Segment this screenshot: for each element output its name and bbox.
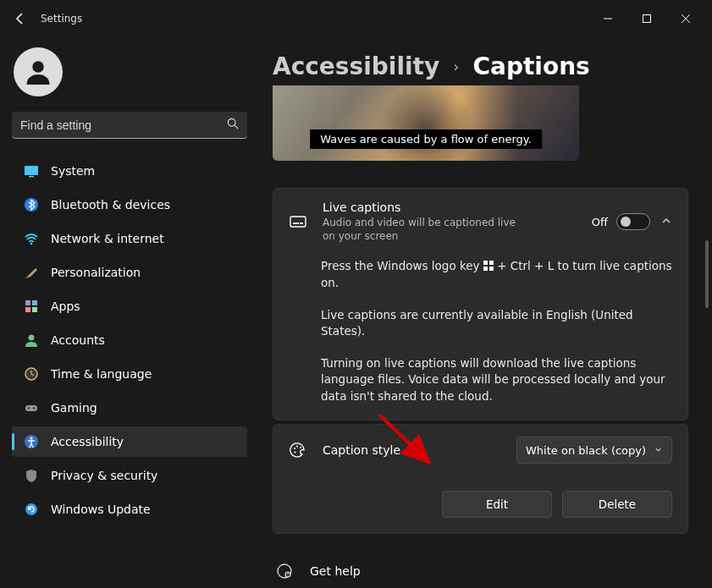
gamepad-icon [24,400,39,415]
bluetooth-icon [24,197,39,212]
dropdown-value: White on black (copy) [526,444,646,457]
svg-point-8 [30,243,33,245]
caption-preview: Waves are caused by a flow of energy. [273,85,579,161]
app-title: Settings [41,13,82,25]
sidebar-item-label: Apps [51,299,80,313]
sidebar-item-label: Personalization [51,266,141,279]
get-help-link[interactable]: Get help [273,563,688,580]
svg-point-17 [28,407,30,409]
titlebar: Settings [0,0,712,37]
svg-rect-24 [300,223,303,224]
accessibility-icon [24,434,39,449]
caption-style-row: Caption style White on black (copy) [273,425,687,475]
sidebar-item-label: Bluetooth & devices [51,198,170,212]
live-captions-title: Live captions [323,201,592,214]
delete-button[interactable]: Delete [562,491,672,518]
svg-point-18 [33,407,36,409]
svg-rect-10 [25,300,30,305]
svg-line-4 [235,125,238,129]
clock-icon [24,366,39,382]
palette-icon [289,441,307,459]
close-button[interactable] [666,6,705,31]
svg-rect-11 [32,300,37,305]
svg-rect-22 [290,217,306,227]
sidebar-item-label: Gaming [51,401,97,415]
sidebar-item-gaming[interactable]: Gaming [12,393,247,423]
svg-rect-13 [32,307,37,312]
chevron-right-icon: › [453,58,459,75]
live-captions-card: Live captions Audio and video will be ca… [273,188,688,420]
svg-rect-5 [25,166,38,175]
sidebar-item-windows-update[interactable]: Windows Update [12,494,247,525]
live-captions-toggle[interactable] [616,213,650,230]
sidebar-item-bluetooth[interactable]: Bluetooth & devices [12,190,247,220]
download-description: Turning on live captions will download t… [321,355,672,405]
svg-rect-9 [25,277,28,278]
wifi-icon [24,231,39,246]
help-icon [276,563,293,580]
sidebar-item-label: Privacy & security [51,469,157,482]
caption-style-title: Caption style [323,443,516,457]
svg-point-32 [294,452,295,453]
svg-point-29 [294,448,295,449]
shield-icon [24,468,39,483]
chevron-up-icon[interactable] [660,215,672,229]
minimize-button[interactable] [588,6,627,31]
shortcut-description: Press the Windows logo key + Ctrl + L to… [321,258,672,291]
sidebar-item-personalization[interactable]: Personalization [12,257,247,288]
sidebar-item-privacy[interactable]: Privacy & security [12,460,247,491]
caption-style-card: Caption style White on black (copy) Edit… [273,424,688,534]
sidebar-item-label: Windows Update [51,503,151,516]
svg-point-14 [29,335,35,341]
sidebar-item-time-language[interactable]: Time & language [12,359,247,389]
svg-rect-23 [293,223,299,224]
sidebar-item-apps[interactable]: Apps [12,291,247,321]
caption-style-dropdown[interactable]: White on black (copy) [516,437,672,464]
system-icon [24,163,39,179]
sidebar-item-network[interactable]: Network & internet [12,223,247,254]
sidebar-item-accounts[interactable]: Accounts [12,325,247,355]
search-icon [227,118,239,132]
svg-rect-12 [25,307,30,312]
apps-icon [24,299,39,314]
sidebar-item-label: Accessibility [51,435,124,448]
chevron-down-icon [654,444,663,457]
windows-key-icon [483,261,494,271]
svg-rect-25 [483,261,488,265]
scrollbar[interactable] [705,240,709,308]
svg-rect-6 [29,176,34,178]
search-box[interactable] [12,112,247,139]
language-description: Live captions are currently available in… [321,307,672,340]
svg-rect-27 [483,267,488,271]
search-input[interactable] [20,118,227,132]
maximize-button[interactable] [627,6,666,31]
sidebar-item-system[interactable]: System [12,156,247,186]
svg-point-3 [228,118,235,126]
avatar[interactable] [14,47,63,96]
sidebar-item-accessibility[interactable]: Accessibility [12,426,247,457]
update-icon [24,502,39,517]
live-captions-header[interactable]: Live captions Audio and video will be ca… [273,189,687,255]
breadcrumb-parent[interactable]: Accessibility [273,52,439,80]
sidebar-item-label: System [51,164,95,178]
svg-rect-1 [643,15,651,23]
svg-point-20 [30,437,32,439]
captions-icon [289,212,307,231]
svg-point-2 [32,61,44,73]
toggle-state-label: Off [592,216,608,228]
svg-point-31 [300,447,301,448]
sidebar: System Bluetooth & devices Network & int… [0,37,254,588]
live-captions-subtitle: Audio and video will be captioned live o… [323,216,517,243]
content: Accessibility › Captions Waves are cause… [254,37,712,588]
accounts-icon [24,332,39,348]
paintbrush-icon [24,265,39,280]
edit-button[interactable]: Edit [442,491,552,518]
caption-sample-text: Waves are caused by a flow of energy. [310,129,542,149]
sidebar-item-label: Time & language [51,367,152,381]
back-button[interactable] [7,5,34,32]
svg-point-30 [296,446,298,448]
breadcrumb: Accessibility › Captions [273,52,688,80]
sidebar-item-label: Accounts [51,333,105,347]
sidebar-item-label: Network & internet [51,232,164,245]
svg-rect-16 [25,405,37,411]
